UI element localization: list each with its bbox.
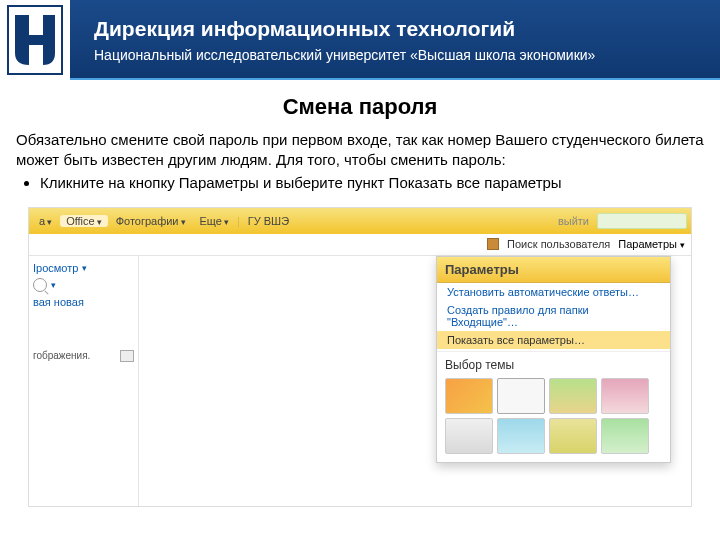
hse-logo-icon — [7, 5, 63, 75]
nav-item[interactable]: Еще▾ — [194, 215, 235, 227]
theme-swatch[interactable] — [549, 418, 597, 454]
nav-item[interactable]: а▾ — [33, 215, 58, 227]
header-subtitle: Национальный исследовательский университ… — [94, 47, 696, 63]
header-title: Дирекция информационных технологий — [94, 17, 696, 41]
search-icon[interactable] — [33, 278, 47, 292]
nav-item[interactable]: Office▾ — [60, 215, 108, 227]
theme-swatch[interactable] — [445, 418, 493, 454]
theme-swatch[interactable] — [601, 418, 649, 454]
hse-logo — [0, 0, 70, 80]
embedded-screenshot: а▾ Office▾ Фотографии▾ Еще▾ | ГУ ВШЭ вый… — [28, 207, 692, 507]
options-button[interactable]: Параметры ▾ — [618, 238, 685, 250]
panel-link-inbox-rule[interactable]: Создать правило для папки "Входящие"… — [437, 301, 670, 331]
slide-header: Дирекция информационных технологий Нацио… — [0, 0, 720, 80]
theme-swatch[interactable] — [549, 378, 597, 414]
nav-item[interactable]: ГУ ВШЭ — [242, 215, 295, 227]
panel-link-autoreply[interactable]: Установить автоматические ответы… — [437, 283, 670, 301]
theme-swatch[interactable] — [497, 418, 545, 454]
nav-item[interactable]: Фотографии▾ — [110, 215, 192, 227]
theme-swatch[interactable] — [601, 378, 649, 414]
owa-top-nav: а▾ Office▾ Фотографии▾ Еще▾ | ГУ ВШЭ вый… — [29, 208, 691, 234]
select-icon[interactable] — [120, 350, 134, 362]
owa-sub-nav: Поиск пользователя Параметры ▾ — [29, 234, 691, 256]
nav-separator: | — [237, 215, 240, 227]
user-badge[interactable] — [597, 213, 687, 229]
panel-link-all-options[interactable]: Показать все параметры… — [437, 331, 670, 349]
sidebar-view[interactable]: Iросмотр — [33, 262, 78, 274]
intro-paragraph: Обязательно смените свой пароль при перв… — [16, 131, 704, 168]
theme-swatch[interactable] — [445, 378, 493, 414]
theme-grid — [437, 374, 670, 462]
sign-out-link[interactable]: выйти — [558, 215, 589, 227]
page-title: Смена пароля — [0, 94, 720, 120]
sidebar: Iросмотр ▾ ▾ вая новая гображения. — [29, 256, 139, 506]
intro-bullet: Кликните на кнопку Параметры и выберите … — [40, 173, 704, 193]
panel-title: Параметры — [437, 257, 670, 283]
sidebar-new[interactable]: вая новая — [33, 296, 84, 308]
address-book-icon[interactable] — [487, 238, 499, 250]
options-panel: Параметры Установить автоматические отве… — [436, 256, 671, 463]
theme-label: Выбор темы — [437, 351, 670, 374]
sidebar-images: гображения. — [33, 350, 90, 361]
theme-swatch[interactable] — [497, 378, 545, 414]
find-user-link[interactable]: Поиск пользователя — [507, 238, 610, 250]
intro-text: Обязательно смените свой пароль при перв… — [0, 130, 720, 193]
